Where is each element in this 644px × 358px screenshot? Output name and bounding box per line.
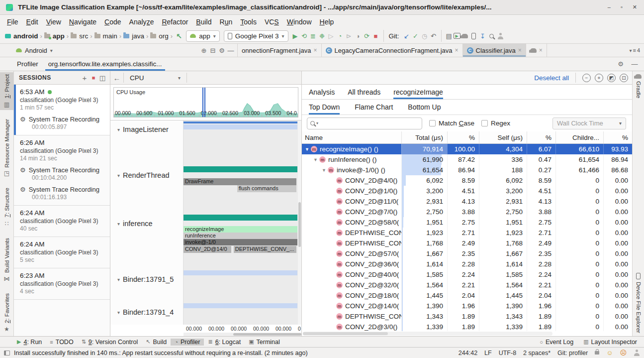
expand-icon[interactable]: ▼: [322, 168, 328, 173]
zoom-in-icon[interactable]: +: [595, 74, 603, 82]
subtab-flame-chart[interactable]: Flame Chart: [355, 100, 393, 115]
profile-icon[interactable]: ▷: [327, 31, 336, 40]
subtab-bottom-up[interactable]: Bottom Up: [408, 100, 441, 115]
column-header-2[interactable]: %: [447, 131, 479, 143]
table-row[interactable]: mCONV_2D@32/0(1,5642.211,5642.2100.00: [302, 280, 632, 290]
breadcrumb-src[interactable]: src: [70, 32, 89, 40]
tab-recognizeimage[interactable]: recognizeImage: [393, 85, 443, 99]
sync-icon[interactable]: ⟳: [363, 31, 371, 40]
table-row[interactable]: mDEPTHWISE_CON1,7682.491,7682.4900.00: [302, 238, 632, 248]
sad-feedback-icon[interactable]: ☹: [620, 349, 627, 357]
menu-view[interactable]: View: [42, 16, 65, 27]
menu-tools[interactable]: Tools: [236, 16, 261, 27]
selection-handle[interactable]: [204, 88, 205, 117]
column-header-1[interactable]: Total (μs): [401, 131, 447, 143]
search-input[interactable]: [320, 119, 419, 127]
trace-event-DEPTHWISE_CONV_...[interactable]: DEPTHWISE_CONV_...: [234, 246, 296, 253]
profiler-type-select[interactable]: CPU ▾: [126, 74, 184, 82]
thread-track-inference[interactable]: ▾inferencerecognizeImagerunInferenceinvo…: [110, 215, 301, 270]
menu-help[interactable]: Help: [316, 16, 338, 27]
close-tab-icon[interactable]: ×: [518, 47, 522, 54]
run-config-select[interactable]: app▾: [186, 30, 220, 42]
stop-session-icon[interactable]: ■: [89, 73, 98, 82]
column-header-3[interactable]: Self (μs): [479, 131, 527, 143]
thread-track-Binder:13791_4[interactable]: ▾Binder:13791_4: [110, 303, 301, 325]
toolwindow-run[interactable]: ▶4: Run: [13, 339, 46, 346]
apply-changes-icon[interactable]: ⟲: [300, 31, 309, 40]
collapse-icon[interactable]: ▾: [117, 173, 120, 178]
git-branch[interactable]: Git: profiler: [557, 350, 588, 357]
maximize-button[interactable]: ▫: [621, 4, 623, 10]
event-log[interactable]: ○Event Log: [536, 339, 577, 346]
toolwindow-todo[interactable]: ≡TODO: [46, 339, 77, 346]
thread-state-bar[interactable]: [184, 215, 297, 221]
session-item[interactable]: 6:24 AMclassification (Google Pixel 3)5 …: [14, 237, 110, 268]
tool-button-project[interactable]: 1: Project▥: [0, 72, 13, 110]
editor-tab-onnectionFragment.java[interactable]: onnectionFragment.java×: [238, 44, 322, 57]
apply-code-changes-icon[interactable]: ≣: [309, 31, 318, 40]
tool-button-build-variants[interactable]: Build Variants⋈: [4, 236, 10, 284]
happy-feedback-icon[interactable]: ☺: [606, 349, 613, 357]
clock-type-select[interactable]: Wall Clock Time ▾: [552, 118, 626, 129]
trace-event-DrawFrame[interactable]: DrawFrame: [184, 178, 296, 185]
editor-tab-Classifier.java[interactable]: CClassifier.java×: [463, 44, 526, 57]
table-row[interactable]: mCONV_2D@57/0(1,6672.351,6672.3500.00: [302, 248, 632, 259]
close-tab-icon[interactable]: ×: [539, 47, 543, 54]
column-header-6[interactable]: %: [603, 131, 632, 143]
session-item[interactable]: 6:23 AMclassification (Google Pixel 3)4 …: [14, 268, 110, 300]
deselect-all-link[interactable]: Deselect all: [534, 74, 569, 82]
build-hammer-icon[interactable]: ↖: [175, 31, 184, 40]
close-tab-icon[interactable]: ×: [455, 47, 459, 54]
thread-track-RenderThread[interactable]: ▾RenderThreadDrawFrameflush commands: [110, 166, 301, 215]
table-row[interactable]: mCONV_2D@40/0(1,5852.241,5852.2400.00: [302, 269, 632, 280]
search-everywhere-icon[interactable]: [487, 31, 496, 40]
profiler-session-tab[interactable]: org.tensorflow.lite.examples.classific..…: [45, 57, 165, 71]
sdk-manager-icon[interactable]: ↧: [478, 31, 487, 40]
hide-panel-icon[interactable]: —: [226, 46, 235, 55]
expand-icon[interactable]: ▼: [305, 147, 311, 152]
thread-state-bar[interactable]: [184, 303, 297, 308]
menu-run[interactable]: Run: [216, 16, 237, 27]
session-recording[interactable]: ⚙System Trace Recording: [20, 116, 106, 123]
menu-navigate[interactable]: Navigate: [65, 16, 100, 27]
menu-edit[interactable]: Edit: [22, 16, 42, 27]
breadcrumb-android[interactable]: android: [4, 32, 39, 40]
column-header-name[interactable]: Name: [302, 131, 401, 143]
attach-profiler-icon[interactable]: ◑: [354, 31, 363, 40]
reset-zoom-icon[interactable]: ◩: [607, 74, 616, 82]
table-row[interactable]: mCONV_2D@14/0(1,3901.961,3901.9600.00: [302, 301, 632, 311]
history-icon[interactable]: ◷: [420, 31, 429, 40]
menu-refactor[interactable]: Refactor: [158, 16, 192, 27]
commit-icon[interactable]: ✓: [411, 31, 420, 40]
timeline-vertical-scrollbar[interactable]: [298, 120, 301, 325]
session-item[interactable]: 6:26 AMclassification (Google Pixel 3)14…: [14, 135, 110, 206]
trace-event-invoke@-1/0[interactable]: invoke@-1/0: [184, 239, 297, 245]
close-tab-icon[interactable]: ×: [313, 47, 317, 54]
column-header-4[interactable]: %: [527, 131, 555, 143]
tab-all-threads[interactable]: All threads: [348, 85, 380, 99]
toolwindow-profiler[interactable]: ◔Profiler: [171, 339, 204, 346]
session-recording[interactable]: ⚙System Trace Recording: [20, 166, 106, 174]
session-item[interactable]: 6:53 AMclassification (Google Pixel 3)1 …: [14, 85, 110, 135]
cpu-usage-minimap[interactable]: CPU Usage 00.00000.50001.00001.50002.000…: [110, 85, 301, 120]
collapse-panel-icon[interactable]: ◫: [98, 73, 107, 82]
toolwindow-build[interactable]: ↖Build: [142, 339, 171, 346]
menu-window[interactable]: Window: [283, 16, 316, 27]
expand-icon[interactable]: ▼: [313, 157, 319, 162]
collapse-icon[interactable]: ▾: [117, 310, 120, 315]
table-row[interactable]: mCONV_2D@3/0()1,3391.891,3391.8900.00: [302, 322, 632, 331]
stop-icon[interactable]: ■: [371, 31, 380, 40]
table-horizontal-scrollbar[interactable]: [303, 332, 552, 336]
attach-debugger-icon[interactable]: ⊳: [345, 31, 354, 40]
column-header-5[interactable]: Childre...: [555, 131, 603, 143]
debug-icon[interactable]: ❉: [318, 31, 327, 40]
breadcrumb-app[interactable]: app: [43, 32, 66, 40]
selection-handle[interactable]: [202, 88, 203, 117]
regex-checkbox[interactable]: Regex: [481, 119, 510, 127]
thread-track-ImageListener[interactable]: ▾ImageListener: [110, 120, 301, 166]
settings-icon[interactable]: ⚙: [217, 46, 226, 55]
session-recording[interactable]: ⚙System Trace Recording: [20, 186, 106, 193]
table-row[interactable]: ▼mrecognizeImage() ()70,914100.004,3046.…: [302, 144, 632, 154]
trace-event-CONV_2D@14/0[interactable]: CONV_2D@14/0: [184, 246, 231, 253]
close-button[interactable]: ✕: [633, 4, 637, 10]
